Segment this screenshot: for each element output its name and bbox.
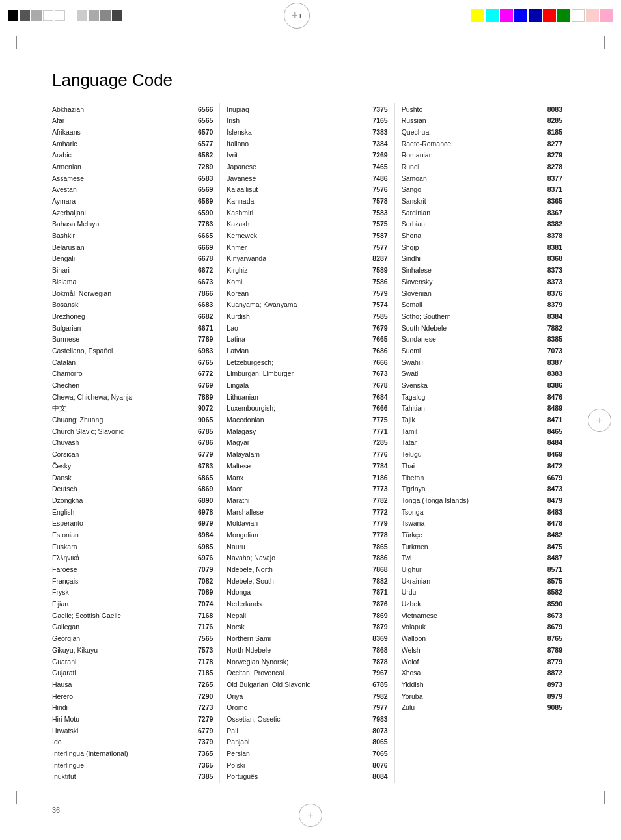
corner-mark-tl (16, 36, 29, 49)
language-code: 8381 (538, 243, 562, 252)
language-code: 7967 (363, 668, 388, 678)
language-code: 8373 (538, 277, 562, 287)
table-row: Catalán6765 (52, 357, 213, 368)
language-code: 7684 (363, 392, 388, 402)
table-row: Faroese7079 (52, 564, 213, 576)
language-name: Français (52, 576, 188, 586)
table-row: Volapuk8679 (402, 621, 562, 633)
table-row: Nederlands7876 (227, 599, 387, 610)
table-row: Panjabi8065 (227, 737, 387, 748)
language-code: 8478 (538, 519, 562, 528)
language-name: Panjabi (227, 737, 363, 747)
language-code: 8383 (538, 369, 562, 379)
table-row: Malagasy7771 (227, 426, 387, 437)
language-code: 8465 (538, 427, 562, 437)
table-row: Chechen6769 (52, 380, 213, 392)
language-code: 7879 (363, 622, 388, 632)
table-row: Sanskrit8365 (402, 196, 562, 208)
language-code: 7583 (363, 208, 388, 218)
language-code: 8471 (538, 415, 562, 425)
language-name: Norsk (227, 622, 363, 632)
language-code: 6985 (188, 542, 213, 552)
language-code: 7869 (363, 611, 388, 621)
language-name: Latina (227, 334, 363, 344)
language-code: 7384 (363, 139, 388, 149)
language-code: 6665 (188, 231, 213, 241)
language-name: Navaho; Navajo (227, 553, 363, 563)
table-row: Tigrinya8473 (402, 483, 562, 495)
language-code: 7575 (363, 219, 388, 229)
table-row: Hiri Motu7279 (52, 713, 213, 725)
language-code: 7865 (363, 542, 388, 552)
language-code: 6678 (188, 254, 213, 264)
swatch-pink2 (600, 9, 613, 22)
language-code: 7587 (363, 231, 388, 241)
language-code: 6566 (188, 105, 213, 115)
table-row: Bihari6672 (52, 265, 213, 277)
table-row: Georgian7565 (52, 633, 213, 645)
language-code: 8285 (538, 116, 562, 126)
language-code: 7882 (538, 323, 562, 333)
table-row: Korean7579 (227, 288, 387, 299)
language-name: Assamese (52, 174, 188, 183)
swatch-white (43, 10, 53, 21)
table-row: Russian8285 (402, 115, 562, 127)
table-row: Armenian7289 (52, 161, 213, 172)
language-name: Faroese (52, 565, 188, 575)
swatch-darkblue (529, 9, 542, 22)
table-row: Inuktitut7385 (52, 771, 213, 783)
language-name: Shona (402, 231, 538, 241)
language-code: 6682 (188, 312, 213, 321)
language-code: 7186 (363, 473, 388, 483)
table-row: Slovenian8376 (402, 288, 562, 299)
language-name: 中文 (52, 403, 188, 413)
language-name: Malagasy (227, 427, 363, 437)
table-row: Lao7679 (227, 322, 387, 334)
language-name: Türkçe (402, 530, 538, 540)
table-row: Ndonga7871 (227, 587, 387, 599)
language-code: 7783 (188, 219, 213, 229)
language-name: Kernewek (227, 231, 363, 241)
table-row: Brezhoneg6682 (52, 310, 213, 322)
language-name: Luxembourgish; (227, 403, 363, 413)
language-name: Yiddish (402, 680, 538, 690)
table-row: Hindi7273 (52, 702, 213, 714)
table-row: Kirghiz7589 (227, 265, 387, 277)
language-name: Italiano (227, 139, 363, 149)
language-code: 7573 (188, 645, 213, 655)
table-row: Ukrainian8575 (402, 575, 562, 587)
page-number: 36 (52, 806, 60, 814)
language-name: Tahitian (402, 403, 538, 413)
language-code: 7886 (363, 553, 388, 563)
table-row: Belarusian6669 (52, 241, 213, 253)
table-row: Arabic6582 (52, 150, 213, 161)
table-row: Turkmen8475 (402, 541, 562, 552)
language-code: 8277 (538, 139, 562, 149)
language-code: 6785 (363, 680, 388, 690)
language-name: Occitan; Provencal (227, 668, 363, 678)
column-2: Inupiaq7375Irish7165Íslenska7383Italiano… (220, 103, 394, 783)
swatch-cyan (486, 9, 499, 22)
language-code: 7878 (363, 657, 388, 667)
language-code: 8475 (538, 542, 562, 552)
language-name: Tamil (402, 427, 538, 437)
language-name: Azerbaijani (52, 208, 188, 218)
language-code: 7176 (188, 622, 213, 632)
language-name: Avestan (52, 185, 188, 195)
language-name: Georgian (52, 634, 188, 644)
table-row: Pali8073 (227, 725, 387, 737)
language-name: Bashkir (52, 231, 188, 241)
table-row: Norsk7879 (227, 621, 387, 633)
table-row: Corsican6779 (52, 449, 213, 461)
language-code: 6582 (188, 150, 213, 160)
language-name: Sundanese (402, 334, 538, 344)
language-name: Welsh (402, 645, 538, 655)
language-code: 8084 (363, 772, 388, 781)
language-code: 7486 (363, 174, 388, 183)
table-row: English6978 (52, 506, 213, 518)
table-row: Inupiaq7375 (227, 103, 387, 115)
table-row: Sotho; Southern8384 (402, 310, 562, 322)
language-code: 7279 (188, 714, 213, 724)
language-code: 8679 (538, 622, 562, 632)
language-name: Uzbek (402, 599, 538, 609)
